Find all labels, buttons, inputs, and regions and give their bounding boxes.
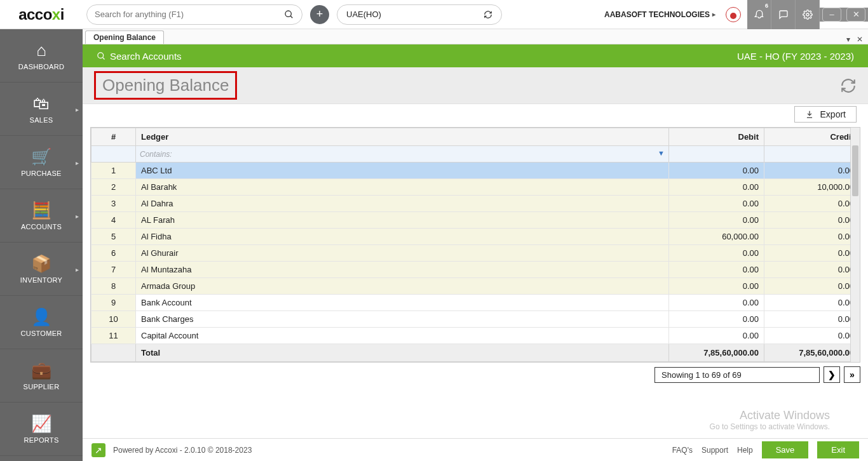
page-title: Opening Balance bbox=[94, 71, 237, 100]
row-ledger: Al Barahk bbox=[136, 179, 669, 196]
row-num: 10 bbox=[92, 311, 136, 328]
system-tray: 6 bbox=[747, 0, 820, 29]
sidebar-item-accounts[interactable]: 🧮ACCOUNTS▸ bbox=[0, 189, 83, 243]
branch-selector[interactable]: UAE(HO) bbox=[337, 4, 502, 25]
filter-ledger[interactable]: Contains: ▼ bbox=[136, 146, 669, 163]
global-search-input[interactable] bbox=[95, 10, 284, 19]
inventory-icon: 📦 bbox=[31, 254, 51, 274]
pager-next-button[interactable]: ❯ bbox=[824, 366, 840, 383]
table-row[interactable]: 8Armada Group0.000.00 bbox=[92, 278, 860, 295]
table-row[interactable]: 4AL Farah0.000.00 bbox=[92, 212, 860, 229]
sidebar-item-reports[interactable]: 📈REPORTS bbox=[0, 403, 83, 456]
col-debit[interactable]: Debit bbox=[669, 128, 764, 146]
company-selector[interactable]: AABASOFT TECHNOLOGIES ▸ bbox=[604, 10, 715, 19]
row-debit: 0.00 bbox=[669, 245, 764, 262]
row-debit: 0.00 bbox=[669, 163, 764, 179]
branch-label: UAE(HO) bbox=[346, 10, 381, 19]
col-ledger[interactable]: Ledger bbox=[136, 128, 669, 146]
col-num[interactable]: # bbox=[92, 128, 136, 146]
dashboard-icon: ⌂ bbox=[36, 41, 46, 60]
chevron-right-icon: ▸ bbox=[76, 159, 79, 166]
support-link[interactable]: Support bbox=[702, 446, 728, 455]
search-accounts-button[interactable]: Search Accounts bbox=[97, 51, 182, 62]
row-num: 1 bbox=[92, 163, 136, 179]
sidebar-item-inventory[interactable]: 📦INVENTORY▸ bbox=[0, 243, 83, 296]
row-ledger: Al Ghurair bbox=[136, 245, 669, 262]
notifications-button[interactable]: 6 bbox=[747, 0, 771, 29]
row-credit: 0.00 bbox=[764, 311, 860, 328]
export-button[interactable]: Export bbox=[794, 106, 857, 123]
chevron-right-icon: ▸ bbox=[76, 105, 79, 112]
total-row: Total 7,85,60,000.00 7,85,60,000.00 bbox=[92, 344, 860, 362]
row-num: 4 bbox=[92, 212, 136, 229]
heading-row: Opening Balance bbox=[83, 67, 868, 104]
notification-badge: 6 bbox=[765, 3, 768, 9]
sidebar-item-label: REPORTS bbox=[24, 436, 58, 444]
sync-icon[interactable] bbox=[840, 77, 857, 94]
row-num: 11 bbox=[92, 328, 136, 344]
powered-by: Powered by Accoxi - 2.0.10 © 2018-2023 bbox=[113, 446, 252, 455]
svg-point-0 bbox=[285, 11, 291, 17]
alert-dot-icon[interactable] bbox=[726, 7, 741, 22]
table-row[interactable]: 9Bank Account0.000.00 bbox=[92, 295, 860, 311]
filter-icon[interactable]: ▼ bbox=[658, 149, 665, 157]
help-link[interactable]: Help bbox=[737, 446, 753, 455]
settings-button[interactable] bbox=[796, 0, 820, 29]
sidebar-item-sales[interactable]: 🛍SALES▸ bbox=[0, 83, 83, 136]
pager-info: Showing 1 to 69 of 69 bbox=[654, 367, 820, 383]
sidebar-item-customer[interactable]: 👤CUSTOMER bbox=[0, 296, 83, 349]
sidebar-item-label: INVENTORY bbox=[20, 276, 62, 284]
table-row[interactable]: 11Capital Account0.000.00 bbox=[92, 328, 860, 344]
row-credit: 0.00 bbox=[764, 328, 860, 344]
faq-link[interactable]: FAQ's bbox=[672, 446, 693, 455]
tab-menu-icon[interactable]: ▾ bbox=[846, 35, 850, 44]
tab-close-icon[interactable]: ✕ bbox=[857, 35, 863, 44]
chevron-right-icon: ▸ bbox=[76, 265, 79, 272]
action-bar: Search Accounts UAE - HO (FY 2023 - 2023… bbox=[83, 44, 868, 67]
save-button[interactable]: Save bbox=[762, 441, 809, 458]
chevron-right-icon: ▸ bbox=[712, 11, 715, 18]
chat-button[interactable] bbox=[771, 0, 796, 29]
table-row[interactable]: 5Al Fidha60,000.000.00 bbox=[92, 229, 860, 245]
row-credit: 0.00 bbox=[764, 229, 860, 245]
sidebar-item-label: SALES bbox=[30, 116, 53, 124]
minimize-button[interactable]: – bbox=[822, 8, 841, 22]
table-row[interactable]: 7Al Muntazaha0.000.00 bbox=[92, 262, 860, 278]
main: Opening Balance ▾ ✕ Search Accounts UAE … bbox=[83, 29, 868, 461]
pager-last-button[interactable]: » bbox=[844, 366, 860, 383]
exit-button[interactable]: Exit bbox=[817, 441, 859, 458]
row-num: 9 bbox=[92, 295, 136, 311]
sidebar-item-supplier[interactable]: 💼SUPPLIER bbox=[0, 349, 83, 403]
col-credit[interactable]: Credit bbox=[764, 128, 860, 146]
filter-row[interactable]: Contains: ▼ bbox=[92, 146, 860, 163]
row-ledger: Al Muntazaha bbox=[136, 262, 669, 278]
row-ledger: Al Fidha bbox=[136, 229, 669, 245]
reports-icon: 📈 bbox=[31, 414, 51, 434]
global-search[interactable] bbox=[86, 4, 302, 25]
row-credit: 0.00 bbox=[764, 295, 860, 311]
table-row[interactable]: 10Bank Charges0.000.00 bbox=[92, 311, 860, 328]
refresh-icon[interactable] bbox=[484, 10, 492, 19]
total-label: Total bbox=[136, 344, 669, 362]
close-button[interactable]: ✕ bbox=[846, 8, 865, 22]
table-scrollbar[interactable] bbox=[850, 128, 860, 362]
sidebar-item-dashboard[interactable]: ⌂DASHBOARD bbox=[0, 29, 83, 83]
row-ledger: AL Farah bbox=[136, 212, 669, 229]
app-logo: accoxi bbox=[0, 0, 83, 29]
table-row[interactable]: 3Al Dahra0.000.00 bbox=[92, 196, 860, 212]
add-button[interactable]: + bbox=[310, 5, 329, 24]
row-debit: 0.00 bbox=[669, 212, 764, 229]
table-row[interactable]: 6Al Ghurair0.000.00 bbox=[92, 245, 860, 262]
table-row[interactable]: 2Al Barahk0.0010,000.00 bbox=[92, 179, 860, 196]
row-debit: 60,000.00 bbox=[669, 229, 764, 245]
row-ledger: Armada Group bbox=[136, 278, 669, 295]
total-debit: 7,85,60,000.00 bbox=[669, 344, 764, 362]
row-credit: 0.00 bbox=[764, 163, 860, 179]
search-icon[interactable] bbox=[284, 10, 294, 20]
table-row[interactable]: 1ABC Ltd0.000.00 bbox=[92, 163, 860, 179]
tab-opening-balance[interactable]: Opening Balance bbox=[85, 30, 164, 44]
footer-logo-icon: ↗ bbox=[92, 443, 105, 457]
row-debit: 0.00 bbox=[669, 328, 764, 344]
svg-point-3 bbox=[98, 52, 104, 58]
sidebar-item-purchase[interactable]: 🛒PURCHASE▸ bbox=[0, 136, 83, 189]
